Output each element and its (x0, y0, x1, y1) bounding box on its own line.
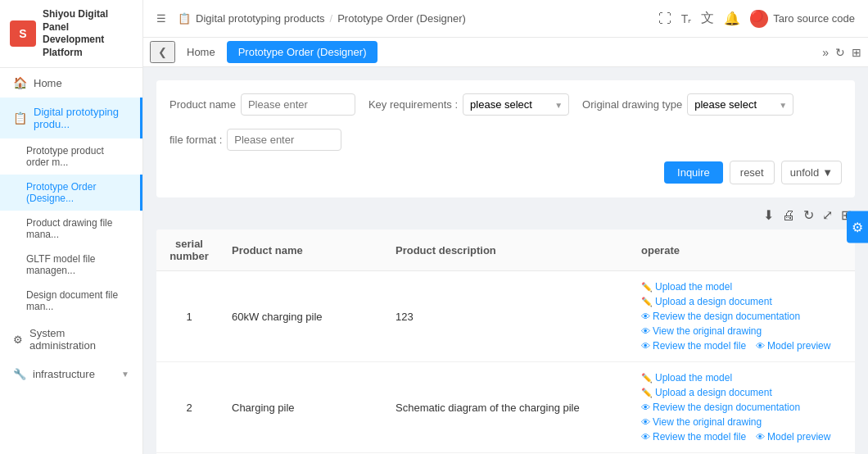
op-model-preview-1[interactable]: 👁Model preview (756, 340, 830, 352)
sidebar-nav: 🏠 Home 📋 Digital prototyping produ... Pr… (0, 68, 142, 454)
settings-float-button[interactable]: ⚙ (847, 211, 868, 243)
review-model-icon: 👁 (641, 341, 650, 351)
expand-icon[interactable]: ⤢ (822, 207, 833, 223)
unfold-button[interactable]: unfold ▼ (781, 161, 842, 184)
table-card: serial number Product name Product descr… (156, 229, 855, 454)
sidebar: S Shiyou Digital PanelDevelopment Platfo… (0, 0, 143, 454)
download-icon[interactable]: ⬇ (763, 207, 774, 223)
logo: S Shiyou Digital PanelDevelopment Platfo… (0, 0, 142, 68)
breadcrumb-root: Digital prototyping products (196, 12, 325, 25)
sidebar-sub-design-doc[interactable]: Design document file man... (0, 283, 142, 319)
col-header-operate: operate (631, 229, 855, 271)
orig-draw-select[interactable]: please select (687, 93, 793, 116)
language-icon[interactable]: 文 (701, 10, 714, 27)
home-icon: 🏠 (13, 76, 27, 89)
breadcrumb-current: Prototype Order (Designer) (337, 12, 466, 25)
refresh-icon[interactable]: ↻ (803, 207, 814, 223)
sidebar-collapse-icon[interactable]: ☰ (156, 12, 166, 25)
model-preview-icon-2: 👁 (756, 432, 765, 442)
infrastructure-icon: 🔧 (13, 368, 26, 380)
breadcrumb: ☰ 📋 Digital prototyping products / Proto… (156, 12, 466, 25)
topbar-right: ⛶ Tᵣ 文 🔔 🔴 Taro source code (658, 10, 855, 28)
tab-collapse-btn[interactable]: ❮ (150, 41, 175, 63)
tab-grid-icon[interactable]: ⊞ (852, 46, 861, 59)
cell-serial-2: 2 (156, 362, 222, 453)
print-icon[interactable]: 🖨 (782, 208, 795, 223)
operate-links-2: ✏️Upload the model ✏️Upload a design doc… (641, 372, 845, 443)
filter-product-name: Product name (170, 93, 355, 116)
key-req-label: Key requirements : (368, 98, 458, 111)
user-section[interactable]: 🔴 Taro source code (750, 10, 855, 28)
filter-file-format: file format : (170, 129, 341, 151)
orig-draw-select-wrap: please select (687, 93, 793, 116)
tab-home[interactable]: Home (175, 41, 227, 63)
data-table: serial number Product name Product descr… (156, 229, 855, 454)
table-row: 2 Charging pile Schematic diagram of the… (156, 362, 855, 453)
sidebar-item-system-admin[interactable]: ⚙ System administration (0, 319, 142, 360)
filter-card: Product name Key requirements : please s… (156, 80, 855, 197)
view-original-icon: 👁 (641, 326, 650, 336)
table-toolbar: ⬇ 🖨 ↻ ⤢ ⊞ (156, 207, 855, 223)
tabbar: ❮ Home Prototype Order (Designer) » ↻ ⊞ (143, 38, 868, 67)
model-preview-icon: 👁 (756, 341, 765, 351)
fullscreen-icon[interactable]: ⛶ (658, 11, 671, 26)
sidebar-item-home[interactable]: 🏠 Home (0, 68, 142, 98)
col-header-desc: Product description (386, 229, 631, 271)
tab-refresh-icon[interactable]: ↻ (835, 46, 845, 59)
cell-serial-1: 1 (156, 271, 222, 362)
op-review-design-2[interactable]: 👁Review the design documentation (641, 402, 800, 413)
inquire-button[interactable]: Inquire (664, 161, 723, 184)
proto-order-m-label: Prototype product order m... (26, 145, 104, 168)
op-review-model-1[interactable]: 👁Review the model file (641, 340, 746, 352)
product-name-input[interactable] (241, 93, 355, 116)
reset-button[interactable]: reset (730, 161, 775, 184)
user-label: Taro source code (773, 12, 855, 25)
sidebar-sub-proto-order-m[interactable]: Prototype product order m... (0, 138, 142, 175)
op-review-model-2[interactable]: 👁Review the model file (641, 431, 746, 443)
user-avatar: 🔴 (750, 10, 768, 28)
system-admin-icon: ⚙ (13, 334, 23, 346)
sidebar-sub-gltf-model[interactable]: GLTF model file managen... (0, 247, 142, 283)
cell-operate-2: ✏️Upload the model ✏️Upload a design doc… (631, 362, 855, 453)
review-model-icon-2: 👁 (641, 432, 650, 442)
translate-t-icon[interactable]: Tᵣ (681, 12, 692, 25)
sidebar-sub-proto-order-d[interactable]: Prototype Order (Designe... (0, 175, 142, 211)
op-upload-design-2[interactable]: ✏️Upload a design document (641, 387, 772, 398)
filter-actions: Inquire reset unfold ▼ (170, 161, 842, 184)
tab-more-icon[interactable]: » (822, 46, 829, 59)
digital-proto-icon: 📋 (13, 111, 27, 125)
gltf-model-label: GLTF model file managen... (26, 253, 95, 276)
tab-prototype-order-designer[interactable]: Prototype Order (Designer) (227, 41, 378, 63)
op-upload-design-1[interactable]: ✏️Upload a design document (641, 296, 772, 307)
topbar: ☰ 📋 Digital prototyping products / Proto… (143, 0, 868, 38)
upload-design-icon-2: ✏️ (641, 388, 653, 398)
col-header-serial: serial number (156, 229, 222, 271)
review-design-icon-2: 👁 (641, 402, 650, 412)
cell-name-2: Charging pile (222, 362, 386, 453)
main-area: ☰ 📋 Digital prototyping products / Proto… (143, 0, 868, 454)
sidebar-item-digital-proto[interactable]: 📋 Digital prototyping produ... (0, 98, 142, 138)
filter-row: Product name Key requirements : please s… (170, 93, 842, 151)
key-req-select[interactable]: please select (463, 93, 569, 116)
filter-key-req: Key requirements : please select (368, 93, 569, 116)
review-design-icon: 👁 (641, 311, 650, 321)
infrastructure-label: infrastructure (33, 368, 95, 380)
op-model-preview-2[interactable]: 👁Model preview (756, 431, 830, 443)
breadcrumb-separator: / (330, 12, 333, 25)
sidebar-item-home-label: Home (34, 77, 62, 89)
op-upload-model-1[interactable]: ✏️Upload the model (641, 281, 732, 293)
sidebar-sub-product-drawing[interactable]: Product drawing file mana... (0, 211, 142, 247)
breadcrumb-icon: 📋 (178, 12, 191, 25)
op-upload-model-2[interactable]: ✏️Upload the model (641, 372, 732, 384)
proto-order-d-label: Prototype Order (Designe... (26, 181, 96, 204)
cell-operate-1: ✏️Upload the model ✏️Upload a design doc… (631, 271, 855, 362)
file-format-input[interactable] (227, 129, 341, 151)
op-review-design-1[interactable]: 👁Review the design documentation (641, 311, 800, 322)
op-view-original-2[interactable]: 👁View the original drawing (641, 416, 762, 428)
upload-icon: ✏️ (641, 282, 653, 293)
sidebar-item-infrastructure[interactable]: 🔧 infrastructure ▼ (0, 360, 142, 388)
view-original-icon-2: 👁 (641, 417, 650, 427)
cell-desc-1: 123 (386, 271, 631, 362)
op-view-original-1[interactable]: 👁View the original drawing (641, 325, 762, 337)
notification-icon[interactable]: 🔔 (724, 11, 740, 26)
